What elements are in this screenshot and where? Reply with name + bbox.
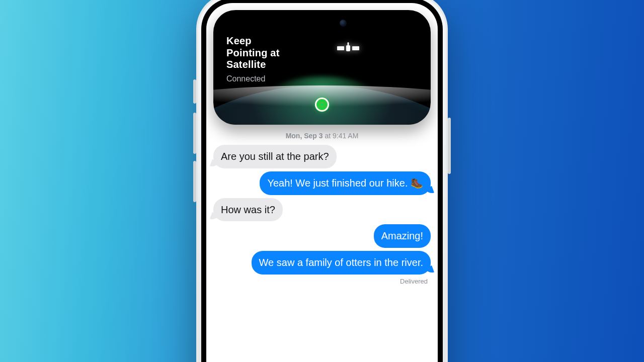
timestamp: Mon, Sep 3 at 9:41 AM [213, 132, 431, 140]
delivered-label: Delivered [213, 278, 428, 285]
banner-title: KeepPointing atSatellite [226, 35, 280, 71]
svg-rect-4 [339, 46, 340, 50]
svg-rect-1 [347, 42, 349, 45]
volume-up-button [193, 113, 196, 154]
svg-rect-7 [356, 46, 357, 50]
message-row: How was it? [213, 198, 431, 222]
silent-switch [193, 79, 196, 104]
message-row: Amazing! [213, 224, 431, 248]
location-dot-icon [315, 98, 329, 112]
svg-rect-5 [341, 46, 342, 50]
svg-rect-2 [337, 46, 344, 50]
message-row: Yeah! We just finished our hike. 🥾 [213, 171, 431, 195]
svg-rect-0 [346, 45, 350, 51]
phone-screen: KeepPointing atSatellite Connected [206, 3, 438, 362]
svg-rect-3 [352, 46, 359, 50]
message-bubble-incoming[interactable]: Are you still at the park? [213, 145, 337, 168]
iphone-frame: KeepPointing atSatellite Connected [196, 0, 448, 362]
message-bubble-outgoing[interactable]: Yeah! We just finished our hike. 🥾 [260, 171, 431, 195]
svg-rect-6 [354, 46, 355, 50]
satellite-icon [335, 41, 361, 55]
timestamp-time: at 9:41 AM [323, 132, 359, 140]
message-bubble-outgoing[interactable]: We saw a family of otters in the river. [252, 251, 431, 275]
message-bubble-outgoing[interactable]: Amazing! [374, 224, 431, 248]
message-bubble-incoming[interactable]: How was it? [213, 198, 283, 222]
message-row: Are you still at the park? [213, 145, 431, 168]
message-row: We saw a family of otters in the river. [213, 251, 431, 275]
phone-bezel: KeepPointing atSatellite Connected [201, 0, 443, 362]
timestamp-date: Mon, Sep 3 [286, 132, 323, 140]
promo-stage: KeepPointing atSatellite Connected [0, 0, 644, 362]
banner-status: Connected [226, 74, 265, 83]
satellite-banner[interactable]: KeepPointing atSatellite Connected [213, 10, 431, 125]
side-button [448, 118, 451, 174]
volume-down-button [193, 161, 196, 202]
conversation: Mon, Sep 3 at 9:41 AM Are you still at t… [206, 130, 438, 362]
dynamic-island [292, 15, 352, 31]
